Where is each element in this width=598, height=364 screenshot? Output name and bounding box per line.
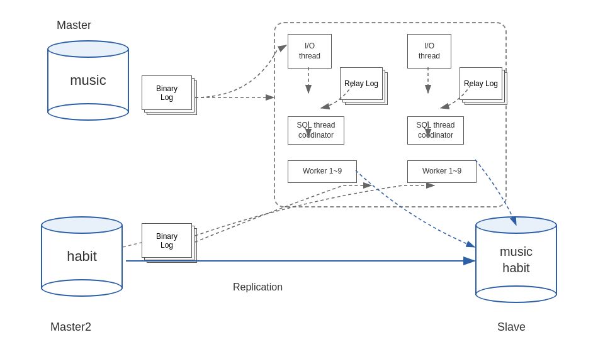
replication-label: Replication: [233, 282, 283, 293]
binary-log-2-label: Binary Log: [156, 232, 178, 250]
master-db: music: [47, 41, 129, 113]
slave1-io-label: I/O thread: [299, 41, 320, 61]
slave1-relay-label: Relay Log: [344, 79, 378, 88]
log-page2-front: Binary Log: [142, 223, 192, 258]
arrow-master2-to-binlog: [123, 242, 144, 247]
slave2-io-box: I/O thread: [407, 34, 451, 69]
slave-title: Slave: [497, 321, 526, 334]
slave1-sql-label: SQL thread coodinator: [297, 121, 336, 140]
slave1-worker-box: Worker 1~9: [288, 160, 357, 183]
slave-db: music habit: [475, 217, 557, 295]
slave2-relay-label: Relay Log: [464, 79, 498, 88]
master-db-label: music: [70, 72, 106, 89]
master2-db: habit: [41, 217, 123, 289]
slave2-sql-label: SQL thread coodinator: [417, 121, 455, 140]
slave2-io-label: I/O thread: [419, 41, 440, 61]
master-title: Master: [57, 19, 91, 32]
arrow-master-to-slave2: [195, 45, 286, 97]
binary-log-1-label: Binary Log: [156, 84, 178, 102]
slave1-worker-label: Worker 1~9: [303, 167, 342, 177]
slave2-worker-label: Worker 1~9: [422, 167, 461, 177]
slave1-io-box: I/O thread: [288, 34, 332, 69]
s2-relay-front: Relay Log: [460, 67, 502, 100]
master2-title: Master2: [50, 321, 91, 334]
log-page-front1: Binary Log: [142, 75, 192, 110]
slave2-sql-box: SQL thread coodinator: [407, 116, 464, 145]
master2-db-label: habit: [67, 248, 97, 265]
slave1-sql-box: SQL thread coodinator: [288, 116, 344, 145]
slave-db-label: music habit: [500, 243, 533, 276]
slave2-worker-box: Worker 1~9: [407, 160, 477, 183]
diagram: Master music Binary Log I/O thread Rela: [0, 0, 598, 364]
slave-container: I/O thread Relay Log SQL thread coodinat…: [274, 22, 507, 207]
s1-relay-front: Relay Log: [340, 67, 383, 100]
